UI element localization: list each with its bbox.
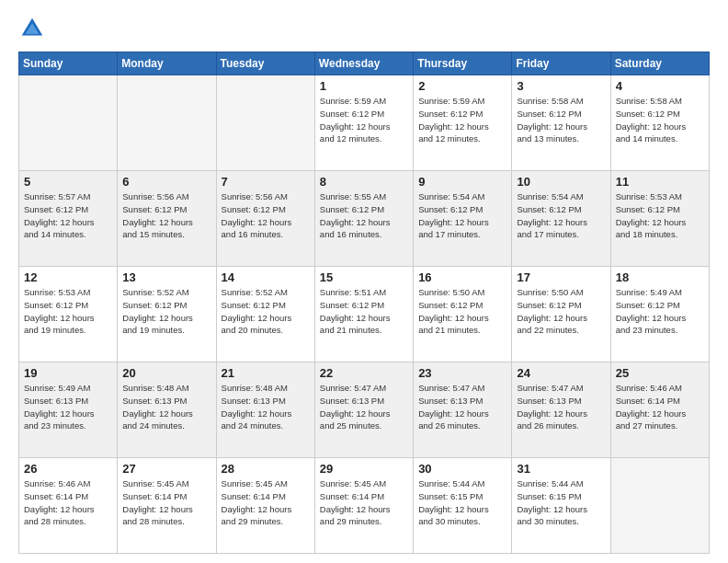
day-info: Sunrise: 5:50 AM Sunset: 6:12 PM Dayligh… bbox=[517, 286, 605, 337]
day-number: 14 bbox=[222, 270, 310, 284]
day-number: 3 bbox=[517, 79, 605, 93]
day-info: Sunrise: 5:47 AM Sunset: 6:13 PM Dayligh… bbox=[418, 382, 506, 432]
day-info: Sunrise: 5:54 AM Sunset: 6:12 PM Dayligh… bbox=[418, 190, 506, 241]
calendar-cell: 14Sunrise: 5:52 AM Sunset: 6:12 PM Dayli… bbox=[216, 267, 314, 362]
calendar-cell: 8Sunrise: 5:55 AM Sunset: 6:12 PM Daylig… bbox=[314, 171, 413, 267]
day-number: 29 bbox=[320, 462, 408, 476]
weekday-header-tuesday: Tuesday bbox=[216, 52, 314, 75]
calendar-cell: 26Sunrise: 5:46 AM Sunset: 6:14 PM Dayli… bbox=[19, 458, 118, 554]
day-number: 31 bbox=[517, 462, 605, 476]
week-row-5: 26Sunrise: 5:46 AM Sunset: 6:14 PM Dayli… bbox=[19, 458, 710, 554]
day-number: 21 bbox=[222, 366, 310, 380]
calendar-cell bbox=[610, 458, 709, 554]
calendar-cell: 2Sunrise: 5:59 AM Sunset: 6:12 PM Daylig… bbox=[414, 75, 512, 171]
calendar-cell: 18Sunrise: 5:49 AM Sunset: 6:12 PM Dayli… bbox=[610, 267, 709, 362]
calendar-cell: 5Sunrise: 5:57 AM Sunset: 6:12 PM Daylig… bbox=[19, 171, 118, 267]
day-number: 9 bbox=[418, 175, 506, 189]
day-info: Sunrise: 5:48 AM Sunset: 6:13 PM Dayligh… bbox=[222, 382, 310, 432]
calendar-cell: 1Sunrise: 5:59 AM Sunset: 6:12 PM Daylig… bbox=[314, 75, 413, 171]
day-info: Sunrise: 5:59 AM Sunset: 6:12 PM Dayligh… bbox=[320, 95, 408, 145]
day-info: Sunrise: 5:46 AM Sunset: 6:14 PM Dayligh… bbox=[616, 382, 704, 432]
weekday-header-monday: Monday bbox=[118, 52, 216, 75]
day-number: 23 bbox=[418, 366, 506, 380]
day-info: Sunrise: 5:47 AM Sunset: 6:13 PM Dayligh… bbox=[517, 382, 605, 432]
weekday-header-saturday: Saturday bbox=[610, 52, 709, 75]
day-number: 11 bbox=[616, 175, 704, 189]
day-number: 27 bbox=[122, 462, 210, 476]
calendar-cell: 9Sunrise: 5:54 AM Sunset: 6:12 PM Daylig… bbox=[414, 171, 512, 267]
weekday-header-thursday: Thursday bbox=[414, 52, 512, 75]
day-number: 19 bbox=[24, 366, 112, 380]
calendar-cell: 28Sunrise: 5:45 AM Sunset: 6:14 PM Dayli… bbox=[216, 458, 314, 554]
day-number: 28 bbox=[222, 462, 310, 476]
day-number: 6 bbox=[122, 175, 210, 189]
week-row-3: 12Sunrise: 5:53 AM Sunset: 6:12 PM Dayli… bbox=[19, 267, 710, 362]
calendar-cell: 29Sunrise: 5:45 AM Sunset: 6:14 PM Dayli… bbox=[314, 458, 413, 554]
day-number: 20 bbox=[122, 366, 210, 380]
week-row-1: 1Sunrise: 5:59 AM Sunset: 6:12 PM Daylig… bbox=[19, 75, 710, 171]
day-info: Sunrise: 5:46 AM Sunset: 6:14 PM Dayligh… bbox=[24, 477, 112, 528]
day-info: Sunrise: 5:59 AM Sunset: 6:12 PM Dayligh… bbox=[418, 95, 506, 145]
calendar-cell: 3Sunrise: 5:58 AM Sunset: 6:12 PM Daylig… bbox=[512, 75, 610, 171]
calendar-cell bbox=[118, 75, 216, 171]
weekday-header-sunday: Sunday bbox=[19, 52, 118, 75]
calendar-cell: 27Sunrise: 5:45 AM Sunset: 6:14 PM Dayli… bbox=[118, 458, 216, 554]
day-number: 16 bbox=[418, 270, 506, 284]
calendar-cell: 31Sunrise: 5:44 AM Sunset: 6:15 PM Dayli… bbox=[512, 458, 610, 554]
calendar-cell: 10Sunrise: 5:54 AM Sunset: 6:12 PM Dayli… bbox=[512, 171, 610, 267]
day-info: Sunrise: 5:44 AM Sunset: 6:15 PM Dayligh… bbox=[418, 477, 506, 528]
calendar-cell: 12Sunrise: 5:53 AM Sunset: 6:12 PM Dayli… bbox=[19, 267, 118, 362]
page: SundayMondayTuesdayWednesdayThursdayFrid… bbox=[0, 0, 728, 563]
day-info: Sunrise: 5:45 AM Sunset: 6:14 PM Dayligh… bbox=[320, 477, 408, 528]
day-number: 15 bbox=[320, 270, 408, 284]
day-number: 5 bbox=[24, 175, 112, 189]
day-number: 26 bbox=[24, 462, 112, 476]
day-number: 12 bbox=[24, 270, 112, 284]
day-info: Sunrise: 5:54 AM Sunset: 6:12 PM Dayligh… bbox=[517, 190, 605, 241]
day-number: 17 bbox=[517, 270, 605, 284]
day-number: 24 bbox=[517, 366, 605, 380]
day-number: 7 bbox=[222, 175, 310, 189]
calendar-cell: 7Sunrise: 5:56 AM Sunset: 6:12 PM Daylig… bbox=[216, 171, 314, 267]
day-info: Sunrise: 5:55 AM Sunset: 6:12 PM Dayligh… bbox=[320, 190, 408, 241]
week-row-2: 5Sunrise: 5:57 AM Sunset: 6:12 PM Daylig… bbox=[19, 171, 710, 267]
day-info: Sunrise: 5:49 AM Sunset: 6:13 PM Dayligh… bbox=[24, 382, 112, 432]
day-info: Sunrise: 5:51 AM Sunset: 6:12 PM Dayligh… bbox=[320, 286, 408, 337]
logo bbox=[18, 15, 48, 42]
day-info: Sunrise: 5:53 AM Sunset: 6:12 PM Dayligh… bbox=[616, 190, 704, 241]
day-number: 30 bbox=[418, 462, 506, 476]
calendar-cell: 23Sunrise: 5:47 AM Sunset: 6:13 PM Dayli… bbox=[414, 362, 512, 458]
calendar-cell: 19Sunrise: 5:49 AM Sunset: 6:13 PM Dayli… bbox=[19, 362, 118, 458]
day-info: Sunrise: 5:56 AM Sunset: 6:12 PM Dayligh… bbox=[222, 190, 310, 241]
day-number: 25 bbox=[616, 366, 704, 380]
day-info: Sunrise: 5:49 AM Sunset: 6:12 PM Dayligh… bbox=[616, 286, 704, 337]
day-number: 18 bbox=[616, 270, 704, 284]
week-row-4: 19Sunrise: 5:49 AM Sunset: 6:13 PM Dayli… bbox=[19, 362, 710, 458]
calendar-cell bbox=[216, 75, 314, 171]
day-info: Sunrise: 5:45 AM Sunset: 6:14 PM Dayligh… bbox=[222, 477, 310, 528]
calendar-cell: 13Sunrise: 5:52 AM Sunset: 6:12 PM Dayli… bbox=[118, 267, 216, 362]
calendar-cell: 20Sunrise: 5:48 AM Sunset: 6:13 PM Dayli… bbox=[118, 362, 216, 458]
day-number: 2 bbox=[418, 79, 506, 93]
calendar-cell: 25Sunrise: 5:46 AM Sunset: 6:14 PM Dayli… bbox=[610, 362, 709, 458]
day-info: Sunrise: 5:58 AM Sunset: 6:12 PM Dayligh… bbox=[616, 95, 704, 145]
calendar-cell: 4Sunrise: 5:58 AM Sunset: 6:12 PM Daylig… bbox=[610, 75, 709, 171]
calendar-cell: 24Sunrise: 5:47 AM Sunset: 6:13 PM Dayli… bbox=[512, 362, 610, 458]
weekday-header-wednesday: Wednesday bbox=[314, 52, 413, 75]
calendar-cell: 21Sunrise: 5:48 AM Sunset: 6:13 PM Dayli… bbox=[216, 362, 314, 458]
calendar-cell: 17Sunrise: 5:50 AM Sunset: 6:12 PM Dayli… bbox=[512, 267, 610, 362]
logo-icon bbox=[18, 15, 46, 42]
day-number: 8 bbox=[320, 175, 408, 189]
day-number: 22 bbox=[320, 366, 408, 380]
day-info: Sunrise: 5:52 AM Sunset: 6:12 PM Dayligh… bbox=[222, 286, 310, 337]
calendar-cell: 15Sunrise: 5:51 AM Sunset: 6:12 PM Dayli… bbox=[314, 267, 413, 362]
calendar-table: SundayMondayTuesdayWednesdayThursdayFrid… bbox=[18, 52, 710, 554]
day-info: Sunrise: 5:53 AM Sunset: 6:12 PM Dayligh… bbox=[24, 286, 112, 337]
day-number: 4 bbox=[616, 79, 704, 93]
calendar-cell bbox=[19, 75, 118, 171]
calendar-cell: 30Sunrise: 5:44 AM Sunset: 6:15 PM Dayli… bbox=[414, 458, 512, 554]
day-number: 10 bbox=[517, 175, 605, 189]
day-number: 1 bbox=[320, 79, 408, 93]
day-info: Sunrise: 5:47 AM Sunset: 6:13 PM Dayligh… bbox=[320, 382, 408, 432]
calendar-cell: 16Sunrise: 5:50 AM Sunset: 6:12 PM Dayli… bbox=[414, 267, 512, 362]
